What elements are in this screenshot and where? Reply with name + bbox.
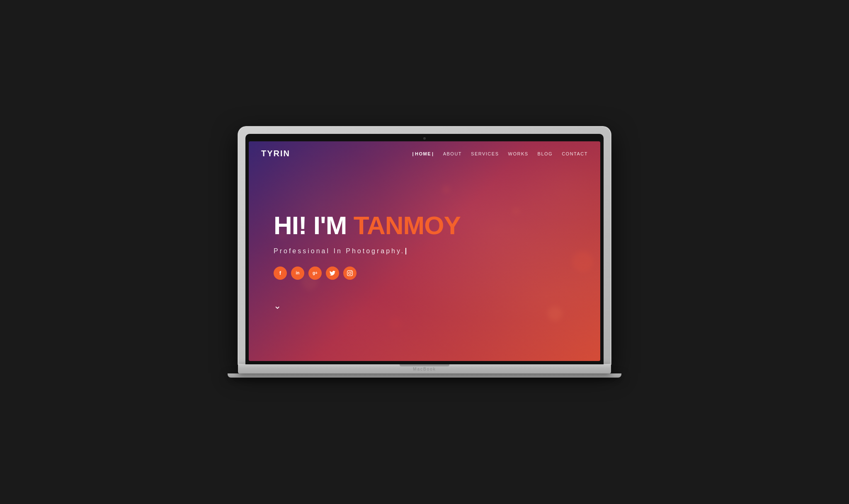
macbook-brand-label: MacBook [413,367,436,371]
facebook-icon[interactable]: f [274,267,287,280]
scroll-indicator[interactable]: ⌄ [274,300,575,311]
hero-subtitle-text: Professional In Photography. [274,247,405,254]
nav-link-works[interactable]: WORKS [508,151,529,156]
macbook-screen: TYRIN HOME ABOUT SERVICES WORKS BLOG CON… [249,141,600,361]
hero-greeting-white: HI! I'M [274,211,354,240]
macbook-camera [423,137,426,140]
macbook-screen-outer: TYRIN HOME ABOUT SERVICES WORKS BLOG CON… [238,126,611,364]
hero-subtitle: Professional In Photography. [274,247,575,255]
hero-title: HI! I'M TANMOY [274,211,575,240]
website-content: TYRIN HOME ABOUT SERVICES WORKS BLOG CON… [249,141,600,361]
instagram-icon[interactable] [343,267,357,280]
hero-section: HI! I'M TANMOY Professional In Photograp… [249,166,600,361]
website: TYRIN HOME ABOUT SERVICES WORKS BLOG CON… [249,141,600,361]
nav-link-services[interactable]: SERVICES [471,151,499,156]
nav-link-contact[interactable]: CONTACT [562,151,588,156]
hero-greeting-accent: TANMOY [354,211,461,240]
site-logo[interactable]: TYRIN [261,149,290,158]
navigation: TYRIN HOME ABOUT SERVICES WORKS BLOG CON… [249,141,600,166]
scroll-down-icon[interactable]: ⌄ [274,300,281,311]
nav-link-blog[interactable]: BLOG [538,151,553,156]
nav-link-home[interactable]: HOME [412,151,434,156]
text-cursor [405,248,406,254]
linkedin-icon[interactable]: in [291,267,304,280]
macbook-bezel: TYRIN HOME ABOUT SERVICES WORKS BLOG CON… [245,134,604,364]
google-plus-icon[interactable]: g+ [308,267,322,280]
social-icons-container: f in g+ [274,267,575,280]
macbook-bottom [228,373,621,378]
nav-link-about[interactable]: ABOUT [443,151,462,156]
twitter-icon[interactable] [326,267,339,280]
nav-links-container: HOME ABOUT SERVICES WORKS BLOG CONTACT [412,151,588,156]
macbook-base: MacBook [238,364,611,373]
macbook-wrapper: TYRIN HOME ABOUT SERVICES WORKS BLOG CON… [238,126,611,378]
